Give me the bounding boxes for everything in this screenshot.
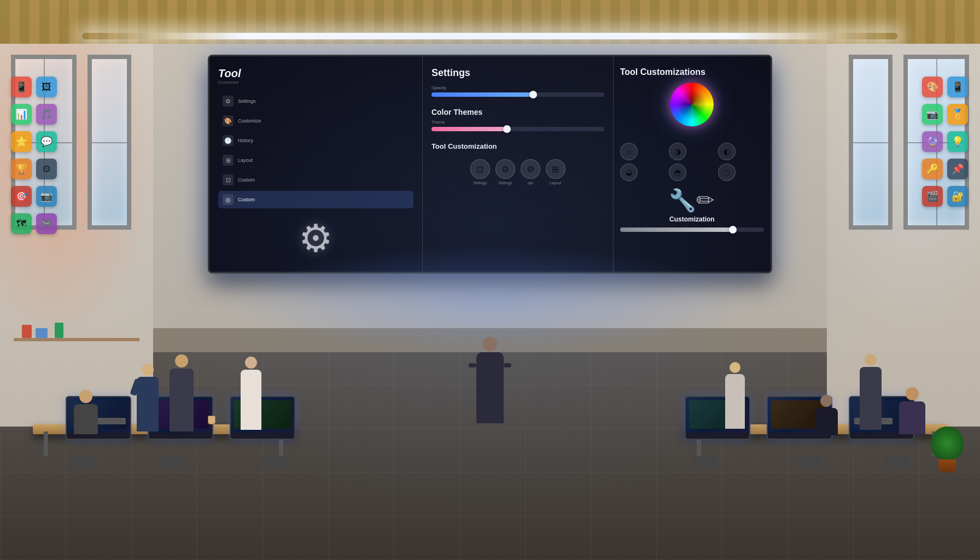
- nav-item-custom1[interactable]: ⊡ Custom: [218, 171, 413, 189]
- tool-icon-opt[interactable]: ⚙: [521, 159, 540, 179]
- slider2-label: Theme: [431, 120, 604, 125]
- slider-2-thumb[interactable]: [503, 125, 511, 133]
- app-icon-r9: 🎬: [922, 186, 943, 207]
- nav-item-layout[interactable]: ⊞ Layout: [218, 151, 413, 169]
- shelf-item-2: [36, 328, 48, 338]
- shelf-item-3: [55, 323, 63, 338]
- tool-btn-4[interactable]: ◒: [620, 164, 638, 181]
- nav-label: Layout: [238, 158, 253, 163]
- nav-item-settings[interactable]: ⚙ Settings: [218, 92, 413, 110]
- plant-right: [931, 427, 964, 472]
- right-slider[interactable]: [620, 228, 764, 232]
- tool-btn-5[interactable]: ◓: [669, 164, 686, 181]
- tool-btn-6[interactable]: ◌: [718, 164, 736, 181]
- app-icon-5: ⭐: [11, 131, 32, 152]
- gear-icon-large: ⚙: [218, 216, 413, 261]
- slider-2[interactable]: [431, 127, 604, 131]
- slider1-label: Opacity: [431, 85, 604, 90]
- slider-2-fill: [431, 127, 509, 131]
- app-icon-7: 🏆: [11, 159, 32, 179]
- screen-center-panel: Settings Opacity Color Themes Theme Tool…: [423, 56, 614, 272]
- customize-nav-icon: 🎨: [223, 115, 234, 126]
- person-4: [241, 357, 261, 430]
- app-icon-r3: 📷: [922, 104, 943, 125]
- slider-1[interactable]: [431, 92, 604, 97]
- screen-sidebar-panel: Tool Customize ⚙ Settings 🎨 Customize 🕐 …: [209, 56, 423, 272]
- color-orb-container: [620, 83, 764, 133]
- custom1-nav-icon: ⊡: [223, 174, 234, 185]
- right-slider-thumb[interactable]: [729, 226, 737, 234]
- nav-label: History: [238, 138, 253, 143]
- app-icons-left-wall: 📱 🖼 📊 🎵 ⭐ 💬 🏆 ⚙ 🎯 📷 🗺 🎮: [11, 77, 58, 237]
- person-5: [476, 337, 504, 423]
- nav-label: Customize: [238, 118, 261, 124]
- tool-icon-item-2: ⚙ Settings: [495, 159, 515, 185]
- gear-decoration: ⚙: [218, 216, 413, 261]
- app-icon-9: 🎯: [11, 186, 32, 207]
- shelf-left-low: [14, 338, 139, 341]
- nav-item-customize[interactable]: 🎨 Customize: [218, 112, 413, 130]
- main-display-screen: Tool Customize ⚙ Settings 🎨 Customize 🕐 …: [208, 55, 772, 273]
- app-icon-r5: 🔮: [922, 131, 943, 152]
- tool-btn-1[interactable]: ○: [620, 143, 638, 160]
- app-icon-3: 📊: [11, 104, 32, 125]
- nav-label: Custom: [238, 177, 255, 183]
- person-7: [815, 395, 838, 435]
- app-icon-8: ⚙: [36, 159, 57, 179]
- tool-btn-2[interactable]: ◑: [669, 143, 686, 160]
- person-1: [74, 390, 98, 434]
- tool-icons-row: ⊡ Settings ⚙ Settings ⚙ opt ⊞ Layout: [431, 159, 604, 185]
- plant-pot-right: [938, 459, 956, 472]
- tool-icon-label-2: Settings: [498, 181, 512, 185]
- customization-label: Customization: [620, 215, 764, 223]
- tool-icon-layout[interactable]: ⊞: [546, 159, 565, 179]
- settings-nav-icon: ⚙: [223, 96, 234, 107]
- app-icon-r4: 🏅: [947, 104, 968, 125]
- right-slider-fill: [620, 228, 736, 232]
- chair-5: [797, 456, 821, 467]
- tool-icon-label-4: Layout: [550, 181, 561, 185]
- tool-customization-title: Tool Customization: [431, 142, 604, 150]
- chair-6: [693, 456, 718, 467]
- desk-left-leg1: [44, 431, 48, 456]
- tool-icon-settings[interactable]: ⊡: [470, 159, 490, 179]
- app-icons-right-wall: 🎨 📱 📷 🏅 🔮 💡 🔑 📌 🎬 🔐: [922, 77, 969, 210]
- app-icon-r1: 🎨: [922, 77, 943, 97]
- tool-btn-3[interactable]: ◐: [718, 143, 736, 160]
- app-icon-r8: 📌: [947, 159, 968, 179]
- tool-icon-label-1: Settings: [473, 181, 487, 185]
- screen-right-panel: Tool Customizations ○ ◑ ◐ ◒ ◓ ◌ 🔧✏ Custo…: [614, 56, 771, 272]
- app-icon-6: 💬: [36, 131, 57, 152]
- tool-icon-label-3: opt: [528, 181, 533, 185]
- tool-icons-grid: ○ ◑ ◐ ◒ ◓ ◌: [620, 143, 764, 181]
- tool-icon-gear[interactable]: ⚙: [495, 159, 515, 179]
- app-subtitle: Customize: [218, 80, 413, 85]
- app-icon-12: 🎮: [36, 213, 57, 234]
- chair-4: [885, 456, 909, 467]
- window-left-2: [88, 55, 131, 230]
- person-3: [170, 354, 194, 431]
- nav-label: Settings: [238, 98, 256, 104]
- custom2-nav-icon: ◎: [223, 194, 234, 205]
- app-icon-1: 📱: [11, 77, 32, 97]
- slider-1-fill: [431, 92, 535, 97]
- tool-icon-item-3: ⚙ opt: [521, 159, 540, 185]
- slider-1-thumb[interactable]: [529, 91, 537, 98]
- chair-1: [71, 456, 95, 467]
- person-6: [725, 362, 745, 429]
- tool-icon-item-4: ⊞ Layout: [546, 159, 565, 185]
- plant-leaves-right: [931, 427, 964, 459]
- app-icon-4: 🎵: [36, 104, 57, 125]
- shelf-item-1: [22, 325, 32, 338]
- app-icon-10: 📷: [36, 186, 57, 207]
- nav-item-custom2[interactable]: ◎ Custom: [218, 191, 413, 208]
- nav-label: Custom: [238, 197, 255, 202]
- window-right-1: [849, 55, 892, 230]
- nav-item-history[interactable]: 🕐 History: [218, 132, 413, 149]
- monitor-3: [230, 396, 295, 440]
- tool-customizations-title: Tool Customizations: [620, 67, 764, 77]
- person-9: [899, 387, 925, 434]
- app-title: Tool: [218, 67, 413, 80]
- color-wheel-orb[interactable]: [670, 83, 714, 126]
- chair-2: [159, 456, 183, 467]
